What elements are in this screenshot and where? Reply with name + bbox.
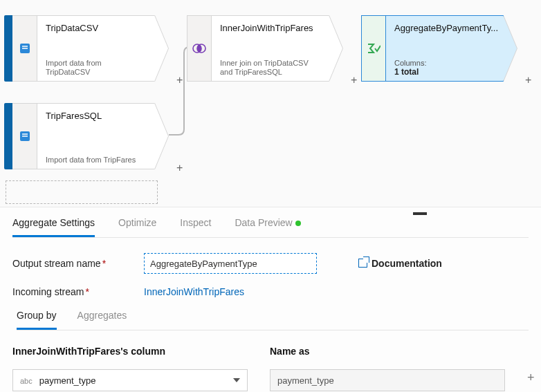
output-stream-label: Output stream name* <box>12 258 144 269</box>
groupby-subtabs: Group by Aggregates <box>17 310 529 330</box>
config-panel: Aggregate Settings Optimize Inspect Data… <box>0 207 541 391</box>
group-by-row: InnerJoinWithTripFares's column abcpayme… <box>12 346 529 391</box>
dataset-icon <box>19 130 31 142</box>
name-as-header: Name as <box>270 346 512 357</box>
incoming-stream-link[interactable]: InnerJoinWithTripFares <box>144 286 244 297</box>
add-branch-button[interactable]: + <box>351 75 357 86</box>
node-icon-box <box>12 15 37 82</box>
node-title: InnerJoinWithTripFares <box>220 23 320 33</box>
node-icon-box <box>187 15 212 82</box>
subtab-aggregates[interactable]: Aggregates <box>77 310 127 330</box>
node-output-port[interactable] <box>329 15 343 82</box>
add-branch-button[interactable]: + <box>525 75 531 86</box>
node-title: TripFaresSQL <box>46 111 146 121</box>
column-type-badge: abc <box>20 377 33 385</box>
add-branch-button[interactable]: + <box>176 162 183 174</box>
output-stream-row: Output stream name* Documentation <box>12 253 529 274</box>
node-output-port[interactable] <box>504 15 517 82</box>
output-stream-input[interactable] <box>144 253 317 274</box>
node-icon-box <box>12 103 37 169</box>
tab-aggregate-settings[interactable]: Aggregate Settings <box>12 217 95 237</box>
tab-inspect[interactable]: Inspect <box>180 217 211 237</box>
columns-count: 1 total <box>394 67 495 77</box>
node-drag-handle[interactable] <box>4 103 12 169</box>
node-desc: Inner join on TripDataCSV and TripFaresS… <box>220 59 320 77</box>
node-icon-box <box>361 15 386 82</box>
config-tabs: Aggregate Settings Optimize Inspect Data… <box>12 217 529 238</box>
node-desc: Import data from TripFares <box>46 156 146 165</box>
dataflow-canvas[interactable]: TripDataCSV Import data from TripDataCSV… <box>0 0 541 207</box>
documentation-link[interactable]: Documentation <box>358 258 442 269</box>
node-tripfaressql[interactable]: TripFaresSQL Import data from TripFares <box>4 103 155 169</box>
status-dot-icon <box>295 221 301 226</box>
node-output-port[interactable] <box>155 103 169 169</box>
node-body: AggregateByPaymentTy... Columns: 1 total <box>386 15 504 82</box>
external-link-icon <box>358 259 367 268</box>
node-drag-handle[interactable] <box>4 15 12 82</box>
node-columns-summary: Columns: 1 total <box>394 59 495 77</box>
node-title: TripDataCSV <box>46 23 146 33</box>
documentation-link-text: Documentation <box>372 258 442 269</box>
columns-label: Columns: <box>394 59 426 67</box>
chevron-down-icon <box>233 378 240 382</box>
join-icon <box>192 42 206 55</box>
incoming-stream-row: Incoming stream* InnerJoinWithTripFares <box>12 286 529 297</box>
incoming-stream-label: Incoming stream* <box>12 286 144 297</box>
add-branch-button[interactable]: + <box>176 75 183 86</box>
group-by-column-value: payment_type <box>39 375 96 386</box>
node-body: TripDataCSV Import data from TripDataCSV <box>37 15 155 82</box>
node-desc: Import data from TripDataCSV <box>46 59 146 77</box>
node-body: InnerJoinWithTripFares Inner join on Tri… <box>212 15 329 82</box>
node-aggregate[interactable]: AggregateByPaymentTy... Columns: 1 total <box>361 15 504 82</box>
drop-target-placeholder[interactable] <box>6 180 158 204</box>
node-body: TripFaresSQL Import data from TripFares <box>37 103 155 169</box>
tab-optimize[interactable]: Optimize <box>118 217 156 237</box>
dataset-icon <box>19 42 31 55</box>
node-title: AggregateByPaymentTy... <box>394 23 495 33</box>
node-tripdatacsv[interactable]: TripDataCSV Import data from TripDataCSV <box>4 15 155 82</box>
tab-data-preview-label: Data Preview <box>235 217 292 228</box>
name-as-input[interactable] <box>270 369 505 391</box>
subtab-group-by[interactable]: Group by <box>17 310 57 330</box>
aggregate-icon <box>367 43 380 54</box>
node-innerjoin[interactable]: InnerJoinWithTripFares Inner join on Tri… <box>187 15 329 82</box>
group-by-column-header: InnerJoinWithTripFares's column <box>12 346 255 357</box>
node-output-port[interactable] <box>155 15 169 82</box>
group-by-column-dropdown[interactable]: abcpayment_type <box>12 369 248 391</box>
resize-handle[interactable] <box>413 212 427 215</box>
add-row-button[interactable]: + <box>527 371 535 385</box>
tab-data-preview[interactable]: Data Preview <box>235 217 300 237</box>
